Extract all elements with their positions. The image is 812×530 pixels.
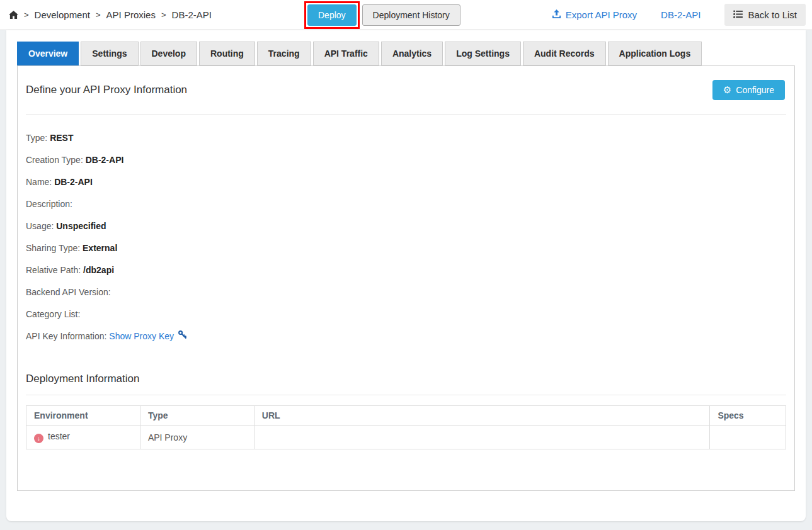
breadcrumb-separator: > <box>96 10 101 20</box>
section-title-deployment-info: Deployment Information <box>26 373 786 385</box>
tab-api-traffic[interactable]: API Traffic <box>313 42 379 65</box>
tab-settings[interactable]: Settings <box>81 42 138 65</box>
environment-name: tester <box>48 431 70 441</box>
main-panel: Overview Settings Develop Routing Tracin… <box>6 30 806 521</box>
table-row: ↓tester API Proxy <box>26 426 786 449</box>
back-to-list-label: Back to List <box>748 9 797 20</box>
field-description: Description: <box>26 198 786 211</box>
section-title-api-proxy-info: Define your API Proxy Information <box>26 84 187 96</box>
cell-specs <box>710 426 786 449</box>
overview-card-header: Define your API Proxy Information ⚙ Conf… <box>18 66 794 100</box>
field-category-list: Category List: <box>26 308 786 321</box>
breadcrumb: > Development > API Proxies > DB-2-API <box>9 0 212 30</box>
tab-analytics[interactable]: Analytics <box>381 42 443 65</box>
tab-bar: Overview Settings Develop Routing Tracin… <box>6 30 806 65</box>
show-proxy-key-label: Show Proxy Key <box>109 330 174 343</box>
deploy-actions: Deploy Deployment History <box>307 4 460 26</box>
column-header-url: URL <box>254 406 710 426</box>
column-header-specs: Specs <box>710 406 786 426</box>
field-name: Name: DB-2-API <box>26 176 786 189</box>
gear-icon: ⚙ <box>723 86 731 94</box>
topbar-right-actions: Export API Proxy DB-2-API Back to List <box>552 0 806 30</box>
tab-audit-records[interactable]: Audit Records <box>523 42 606 65</box>
field-backend-api-version: Backend API Version: <box>26 286 786 299</box>
upload-icon <box>552 9 561 21</box>
list-icon <box>733 9 743 20</box>
table-header-row: Environment Type URL Specs <box>26 406 786 426</box>
breadcrumb-separator: > <box>24 10 29 20</box>
field-sharing-type: Sharing Type: External <box>26 242 786 255</box>
cell-environment: ↓tester <box>26 426 140 449</box>
field-type: Type: REST <box>26 132 786 145</box>
cell-type: API Proxy <box>140 426 254 449</box>
field-usage: Usage: Unspecified <box>26 220 786 233</box>
proxy-name-link[interactable]: DB-2-API <box>661 9 700 20</box>
field-relative-path: Relative Path: /db2api <box>26 264 786 277</box>
deployment-table: Environment Type URL Specs ↓tester API P… <box>26 405 786 449</box>
breadcrumb-development[interactable]: Development <box>35 9 90 20</box>
deployment-divider <box>26 395 786 395</box>
top-bar: > Development > API Proxies > DB-2-API D… <box>0 0 812 30</box>
show-proxy-key-link[interactable]: Show Proxy Key <box>109 330 187 343</box>
tab-routing[interactable]: Routing <box>199 42 255 65</box>
home-icon[interactable] <box>9 11 18 20</box>
breadcrumb-separator: > <box>161 10 166 20</box>
proxy-info-fields: Type: REST Creation Type: DB-2-API Name:… <box>18 115 794 343</box>
export-api-proxy-label: Export API Proxy <box>566 9 637 20</box>
back-to-list-button[interactable]: Back to List <box>724 4 806 26</box>
column-header-type: Type <box>140 406 254 426</box>
breadcrumb-current-proxy: DB-2-API <box>172 9 212 20</box>
overview-card: Define your API Proxy Information ⚙ Conf… <box>17 65 795 491</box>
configure-button[interactable]: ⚙ Configure <box>712 80 785 100</box>
deploy-button[interactable]: Deploy <box>307 4 357 26</box>
tab-application-logs[interactable]: Application Logs <box>608 42 702 65</box>
tab-develop[interactable]: Develop <box>140 42 197 65</box>
tab-tracing[interactable]: Tracing <box>257 42 311 65</box>
configure-label: Configure <box>736 85 774 95</box>
undeployed-status-icon: ↓ <box>34 434 43 443</box>
field-api-key-information: API Key Information: Show Proxy Key <box>26 330 786 343</box>
breadcrumb-api-proxies[interactable]: API Proxies <box>106 9 156 20</box>
export-api-proxy-link[interactable]: Export API Proxy <box>552 9 637 21</box>
field-creation-type: Creation Type: DB-2-API <box>26 154 786 167</box>
column-header-environment: Environment <box>26 406 140 426</box>
cell-url <box>254 426 710 449</box>
deployment-history-button[interactable]: Deployment History <box>362 4 460 26</box>
key-icon <box>178 330 187 343</box>
tab-overview[interactable]: Overview <box>17 42 79 65</box>
tab-log-settings[interactable]: Log Settings <box>445 42 521 65</box>
